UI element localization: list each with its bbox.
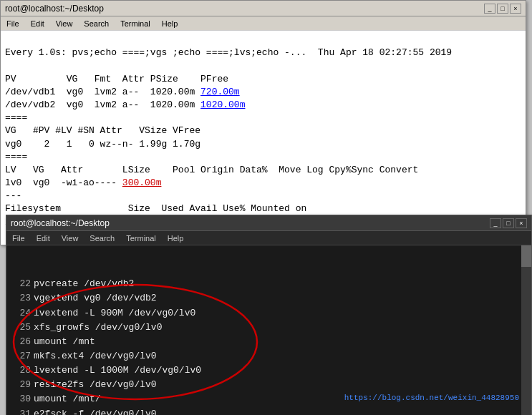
bottom-titlebar: root@localhost:~/Desktop _ □ × (6, 215, 531, 231)
menu-view[interactable]: View (53, 19, 76, 28)
line-number: 30 (11, 392, 31, 406)
line-number: 26 (11, 335, 31, 349)
terminal-line: 28lvextend -L 1000M /dev/vg0/lv0 (11, 363, 527, 378)
command-text: resize2fs /dev/vg0/lv0 (34, 379, 157, 390)
line-number: 22 (11, 277, 31, 291)
line-number: 23 (11, 291, 31, 306)
bottom-menu-view[interactable]: View (59, 234, 82, 243)
bottom-title: root@localhost:~/Desktop (11, 218, 110, 228)
terminal-line: 26umount /mnt (11, 335, 527, 349)
line-number: 27 (11, 349, 31, 363)
command-text: umount /mnt (34, 336, 95, 347)
bottom-window-controls: _ □ × (490, 218, 527, 228)
command-text: pvcreate /dev/vdb2 (34, 278, 134, 289)
top-titlebar: root@localhost:~/Desktop _ □ × (1, 1, 526, 16)
line-number: 28 (11, 363, 31, 378)
scrollbar[interactable] (521, 245, 531, 415)
bottom-minimize-button[interactable]: _ (490, 218, 501, 228)
top-terminal: root@localhost:~/Desktop _ □ × File Edit… (0, 0, 526, 245)
command-text: vgextend vg0 /dev/vdb2 (34, 293, 157, 303)
line-number: 25 (11, 321, 31, 335)
bottom-menu-file[interactable]: File (9, 234, 28, 243)
bottom-terminal: root@localhost:~/Desktop _ □ × File Edit… (6, 215, 532, 415)
command-text: mkfs.ext4 /dev/vg0/lv0 (34, 351, 157, 361)
command-text: xfs_growfs /dev/vg0/lv0 (34, 322, 162, 333)
menu-search[interactable]: Search (81, 19, 112, 28)
scrollbar-thumb[interactable] (521, 245, 531, 267)
line-number: 29 (11, 378, 31, 392)
bottom-menu-help[interactable]: Help (165, 234, 187, 243)
line-number: 31 (11, 407, 31, 415)
minimize-button[interactable]: _ (484, 4, 495, 14)
separator2: ==== (5, 152, 27, 162)
terminal-line: 31e2fsck -f /dev/vg0/lv0 (11, 407, 527, 415)
vg-row1: vg0 2 1 0 wz--n- 1.99g 1.70g (5, 139, 200, 150)
lv-row1: lv0 vg0 -wi-ao---- 300.00m (5, 177, 161, 188)
terminal-line: 27mkfs.ext4 /dev/vg0/lv0 (11, 349, 527, 363)
separator3: --- (5, 190, 21, 201)
bottom-close-button[interactable]: × (516, 218, 527, 228)
bottom-menu-terminal[interactable]: Terminal (123, 234, 159, 243)
command-text: e2fsck -f /dev/vg0/lv0 (34, 409, 157, 415)
terminal-line: 23vgextend vg0 /dev/vdb2 (11, 291, 527, 306)
command-text: lvextend -L 1000M /dev/vg0/lv0 (34, 365, 201, 376)
terminal-line: 24lvextend -L 900M /dev/vg0/lv0 (11, 306, 527, 321)
url-label: https://blog.csdn.net/weixin_44828950 (344, 394, 519, 402)
terminal-line: 22pvcreate /dev/vdb2 (11, 277, 527, 291)
pv-row2: /dev/vdb2 vg0 lvm2 a-- 1020.00m 1020.00m (5, 99, 245, 110)
menu-help[interactable]: Help (159, 19, 181, 28)
menu-file[interactable]: File (4, 19, 22, 28)
line-number: 24 (11, 306, 31, 321)
separator1: ==== (5, 112, 27, 123)
top-terminal-content: Every 1.0s: pvs;echo ====;vgs ;echo ====… (1, 31, 526, 245)
line-header: Every 1.0s: pvs;echo ====;vgs ;echo ====… (5, 47, 452, 58)
menu-terminal[interactable]: Terminal (117, 19, 153, 28)
fs-header: Filesystem Size Used Avail Use% Mounted … (5, 203, 306, 214)
bottom-menu-edit[interactable]: Edit (34, 234, 53, 243)
top-menubar: File Edit View Search Terminal Help (1, 16, 526, 31)
pv-header: PV VG Fmt Attr PSize PFree (5, 74, 228, 84)
bottom-maximize-button[interactable]: □ (503, 218, 514, 228)
bottom-menu-search[interactable]: Search (87, 234, 117, 243)
vg-header: VG #PV #LV #SN Attr VSize VFree (5, 125, 200, 136)
menu-edit[interactable]: Edit (28, 19, 47, 28)
terminal-line: 25xfs_growfs /dev/vg0/lv0 (11, 321, 527, 335)
lv-header: LV VG Attr LSize Pool Origin Data% Move … (5, 165, 418, 175)
command-text: lvextend -L 900M /dev/vg0/lv0 (34, 308, 195, 318)
top-title: root@localhost:~/Desktop (5, 4, 104, 14)
bottom-terminal-content: 22pvcreate /dev/vdb223vgextend vg0 /dev/… (6, 245, 531, 415)
close-button[interactable]: × (510, 4, 521, 14)
pv-row1: /dev/vdb1 vg0 lvm2 a-- 1020.00m 720.00m (5, 87, 240, 97)
maximize-button[interactable]: □ (497, 4, 508, 14)
top-window-controls: _ □ × (484, 4, 521, 14)
terminal-line: 29resize2fs /dev/vg0/lv0 (11, 378, 527, 392)
command-text: umount /mnt/ (34, 394, 101, 404)
bottom-menubar: File Edit View Search Terminal Help (6, 231, 531, 245)
